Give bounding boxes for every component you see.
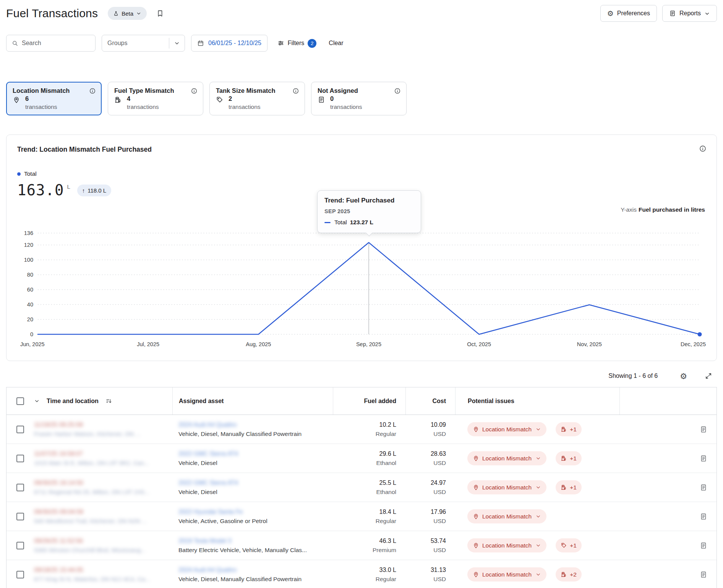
info-icon[interactable]: [699, 145, 707, 152]
table-row[interactable]: 09/30/25 09:04:59540 Westforest Trail, K…: [6, 502, 717, 531]
info-icon[interactable]: [292, 87, 299, 94]
tank-size-mismatch-pill[interactable]: +1: [556, 538, 582, 552]
time-location-cell: 09/18/25 15:44:05677 King St N, Waterloo…: [32, 566, 172, 583]
summary-card-not-assigned[interactable]: Not Assigned0transactions: [311, 82, 407, 115]
fuel-type-mismatch-pill[interactable]: +1: [556, 451, 582, 465]
select-all-checkbox[interactable]: [16, 397, 24, 405]
svg-text:0: 0: [30, 331, 33, 337]
column-header-fuel[interactable]: Fuel added: [333, 387, 405, 415]
column-header-issues[interactable]: Potential issues: [455, 387, 619, 415]
fuel-type-mismatch-pill[interactable]: +1: [556, 422, 582, 436]
legend-label: Total: [24, 170, 37, 177]
transaction-time[interactable]: 09/30/25 09:04:59: [34, 508, 83, 516]
transaction-details-icon[interactable]: [700, 426, 707, 433]
column-header-asset[interactable]: Assigned asset: [172, 387, 333, 415]
transaction-time[interactable]: 09/30/25 16:14:50: [34, 479, 83, 487]
table-row[interactable]: 11/19/25 09:25:58Frasier Harbor Watson, …: [6, 415, 717, 444]
asset-link[interactable]: 2022 GMC Sierra AT4: [178, 450, 238, 458]
bookmark-icon[interactable]: [156, 9, 164, 18]
svg-text:60: 60: [27, 287, 33, 293]
chart-legend-total[interactable]: Total: [17, 170, 37, 177]
row-checkbox[interactable]: [16, 426, 24, 433]
fuel-added-cell: 29.6 LEthanol: [333, 450, 405, 467]
cost-value: 28.63: [431, 450, 446, 458]
location-pin-icon: [473, 542, 479, 549]
transaction-time[interactable]: 11/07/25 16:58:07: [34, 450, 83, 458]
sort-descending-icon[interactable]: [105, 398, 112, 405]
filters-label: Filters: [288, 40, 305, 47]
svg-text:Sep, 2025: Sep, 2025: [356, 341, 381, 347]
date-range-picker[interactable]: 06/01/25 - 12/10/25: [191, 35, 267, 52]
asset-link[interactable]: 2024 Audi A4 Quattro: [178, 421, 237, 429]
fuel-type-mismatch-pill[interactable]: +2: [556, 567, 582, 582]
beta-badge[interactable]: Beta: [108, 7, 147, 20]
asset-detail: Vehicle, Diesel, Manually Classified Pow…: [178, 430, 302, 437]
fuel-pump-icon: [561, 571, 567, 578]
asset-link[interactable]: 2022 GMC Sierra AT4: [178, 479, 238, 487]
location-mismatch-pill[interactable]: Location Mismatch: [467, 451, 546, 465]
chevron-down-icon[interactable]: [34, 398, 40, 404]
asset-link[interactable]: 2022 Hyundai Santa Fe: [178, 508, 243, 516]
table-row[interactable]: 09/30/25 16:14:506711 Regional Rd 25, Mi…: [6, 473, 717, 502]
row-checkbox[interactable]: [16, 542, 24, 549]
summary-card-tank-size-mismatch[interactable]: Tank Size Mismatch2transactions: [209, 82, 305, 115]
filters-button[interactable]: Filters 2: [277, 39, 317, 48]
summary-cards-row: Location Mismatch6transactionsFuel Type …: [6, 82, 717, 115]
location-mismatch-pill[interactable]: Location Mismatch: [467, 480, 546, 494]
row-checkbox[interactable]: [16, 484, 24, 491]
row-select-cell: [6, 513, 32, 520]
groups-dropdown[interactable]: Groups: [102, 35, 185, 52]
asset-detail: Vehicle, Diesel: [178, 459, 217, 467]
table-row[interactable]: 09/18/25 15:44:05677 King St N, Waterloo…: [6, 560, 717, 588]
location-mismatch-pill[interactable]: Location Mismatch: [467, 509, 546, 523]
asset-link[interactable]: 2024 Audi A4 Quattro: [178, 566, 237, 574]
location-mismatch-pill[interactable]: Location Mismatch: [467, 538, 546, 552]
location-mismatch-pill[interactable]: Location Mismatch: [467, 567, 546, 582]
row-select-cell: [6, 426, 32, 433]
transaction-details-icon[interactable]: [700, 571, 707, 578]
transaction-time[interactable]: 09/26/25 11:52:56: [34, 537, 83, 545]
table-settings-gear-icon[interactable]: ⚙: [680, 372, 687, 380]
reports-button[interactable]: Reports: [662, 5, 717, 22]
transaction-details-icon[interactable]: [700, 513, 707, 520]
trend-line-chart[interactable]: 136120100806040200Jun, 2025Jul, 2025Aug,…: [17, 229, 706, 350]
location-mismatch-pill[interactable]: Location Mismatch: [467, 422, 546, 436]
fuel-type-mismatch-pill[interactable]: +1: [556, 480, 582, 494]
fuel-grade: Regular: [376, 517, 396, 525]
table-row[interactable]: 11/07/25 16:58:071015 Main St E, Milton,…: [6, 444, 717, 473]
info-icon[interactable]: [89, 87, 96, 94]
column-header-time[interactable]: Time and location: [47, 398, 99, 405]
clear-filters-button[interactable]: Clear: [329, 40, 343, 47]
transaction-details-icon[interactable]: [700, 542, 707, 549]
fuel-quantity: 33.0 L: [379, 566, 396, 574]
row-actions-cell: [619, 542, 717, 549]
row-checkbox[interactable]: [16, 571, 24, 578]
column-header-cost[interactable]: Cost: [405, 387, 455, 415]
preferences-label: Preferences: [617, 10, 650, 17]
expand-table-icon[interactable]: [705, 372, 712, 380]
calendar-icon: [197, 40, 204, 47]
summary-card-fuel-type-mismatch[interactable]: Fuel Type Mismatch4transactions: [108, 82, 203, 115]
transaction-time[interactable]: 11/19/25 09:25:58: [34, 421, 83, 429]
transaction-details-icon[interactable]: [700, 484, 707, 491]
info-icon[interactable]: [191, 87, 198, 94]
info-icon[interactable]: [394, 87, 401, 94]
row-select-cell: [6, 484, 32, 491]
fuel-quantity: 46.3 L: [379, 537, 396, 545]
row-checkbox[interactable]: [16, 455, 24, 462]
transaction-time[interactable]: 09/18/25 15:44:05: [34, 566, 83, 574]
table-row[interactable]: 09/26/25 11:52:565365 Winston Churchill …: [6, 531, 717, 560]
preferences-button[interactable]: ⚙ Preferences: [600, 5, 657, 22]
asset-link[interactable]: 2019 Tesla Model 3: [178, 537, 231, 545]
report-document-icon: [669, 10, 676, 17]
transaction-address: 677 King St N, Waterloo, ON N2J 4C4, Ca.…: [34, 575, 150, 583]
row-select-cell: [6, 571, 32, 578]
transaction-details-icon[interactable]: [700, 455, 707, 462]
row-checkbox[interactable]: [16, 513, 24, 520]
search-input[interactable]: [22, 40, 90, 47]
assigned-asset-cell: 2022 Hyundai Santa FeVehicle, Active, Ga…: [172, 508, 333, 525]
assigned-asset-cell: 2024 Audi A4 QuattroVehicle, Diesel, Man…: [172, 566, 333, 583]
summary-card-location-mismatch[interactable]: Location Mismatch6transactions: [6, 82, 102, 115]
tooltip-period: SEP 2025: [324, 208, 414, 214]
fuel-quantity: 25.5 L: [379, 479, 396, 487]
